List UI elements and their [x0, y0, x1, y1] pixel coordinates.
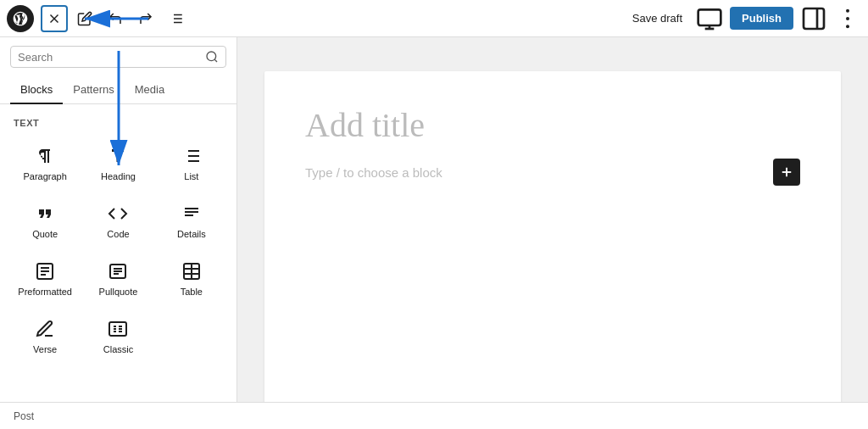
block-label-code: Code — [107, 229, 129, 239]
svg-rect-11 — [804, 8, 824, 29]
block-label-details: Details — [177, 229, 206, 239]
close-inserter-button[interactable] — [41, 5, 68, 32]
block-label-classic: Classic — [103, 344, 133, 354]
code-icon — [108, 203, 128, 224]
main-layout: Blocks Patterns Media TEXT Paragraph — [0, 37, 868, 402]
options-button[interactable] — [834, 5, 861, 32]
tab-patterns[interactable]: Patterns — [63, 76, 124, 104]
svg-rect-8 — [698, 9, 721, 25]
tab-media[interactable]: Media — [125, 76, 175, 104]
details-icon — [181, 203, 202, 224]
block-item-verse[interactable]: Verse — [10, 308, 80, 362]
editor-block-placeholder[interactable]: Type / to choose a block — [305, 165, 442, 180]
topbar-right: Save draft Publish — [626, 5, 861, 32]
classic-icon — [108, 319, 128, 339]
block-label-heading: Heading — [101, 171, 136, 181]
topbar: Save draft Publish — [0, 0, 868, 37]
svg-point-14 — [846, 17, 849, 20]
block-item-table[interactable]: Table — [157, 250, 226, 304]
editor-placeholder-row: Type / to choose a block — [305, 159, 800, 186]
block-item-heading[interactable]: Heading — [83, 135, 153, 189]
block-label-table: Table — [181, 287, 203, 297]
text-section-label: TEXT — [14, 118, 226, 128]
block-label-verse: Verse — [33, 344, 57, 354]
sidebar-tabs: Blocks Patterns Media — [0, 76, 236, 104]
sidebar-search-container — [0, 37, 236, 76]
block-grid: Paragraph Heading List — [10, 135, 226, 362]
block-item-code[interactable]: Code — [83, 192, 153, 247]
svg-point-15 — [846, 25, 849, 28]
content-area: Add title Type / to choose a block — [237, 37, 868, 402]
pullquote-icon — [108, 261, 128, 281]
block-item-pullquote[interactable]: Pullquote — [83, 250, 153, 304]
publish-button[interactable]: Publish — [730, 7, 793, 30]
block-label-paragraph: Paragraph — [23, 171, 66, 181]
svg-line-17 — [214, 59, 217, 62]
search-icon — [205, 50, 219, 64]
plus-icon — [779, 164, 794, 180]
post-label: Post — [14, 410, 34, 422]
block-label-preformatted: Preformatted — [18, 287, 72, 297]
bottom-bar: Post — [0, 402, 868, 429]
tab-blocks[interactable]: Blocks — [10, 76, 63, 104]
svg-point-16 — [207, 52, 216, 61]
wp-logo[interactable] — [7, 5, 34, 32]
search-box[interactable] — [10, 46, 226, 68]
svg-point-13 — [846, 8, 849, 12]
heading-icon — [108, 146, 128, 166]
block-item-details[interactable]: Details — [157, 192, 226, 247]
editor-canvas: Add title Type / to choose a block — [264, 71, 841, 402]
block-item-paragraph[interactable]: Paragraph — [10, 135, 80, 189]
block-item-preformatted[interactable]: Preformatted — [10, 250, 80, 304]
paragraph-icon — [35, 146, 55, 166]
redo-button[interactable] — [132, 5, 159, 32]
sidebar: Blocks Patterns Media TEXT Paragraph — [0, 37, 237, 402]
block-item-classic[interactable]: Classic — [83, 308, 153, 362]
undo-button[interactable] — [102, 5, 129, 32]
toggle-sidebar-button[interactable] — [800, 5, 827, 32]
block-label-pullquote: Pullquote — [99, 287, 138, 297]
add-block-button[interactable] — [773, 159, 800, 186]
list-icon — [181, 146, 202, 166]
editor-title-placeholder[interactable]: Add title — [305, 105, 800, 145]
block-item-quote[interactable]: Quote — [10, 192, 80, 247]
sidebar-content: TEXT Paragraph Heading — [0, 104, 236, 402]
preview-button[interactable] — [696, 5, 723, 32]
save-draft-button[interactable]: Save draft — [626, 8, 689, 28]
block-label-quote: Quote — [32, 229, 58, 239]
block-item-list[interactable]: List — [157, 135, 226, 189]
block-label-list: List — [184, 171, 198, 181]
table-icon — [181, 261, 202, 281]
quote-icon — [35, 203, 55, 224]
search-input[interactable] — [18, 51, 205, 64]
list-view-button[interactable] — [163, 5, 190, 32]
preformatted-icon — [35, 261, 55, 281]
svg-rect-39 — [109, 322, 126, 336]
edit-icon-button[interactable] — [71, 5, 98, 32]
verse-icon — [35, 319, 55, 339]
